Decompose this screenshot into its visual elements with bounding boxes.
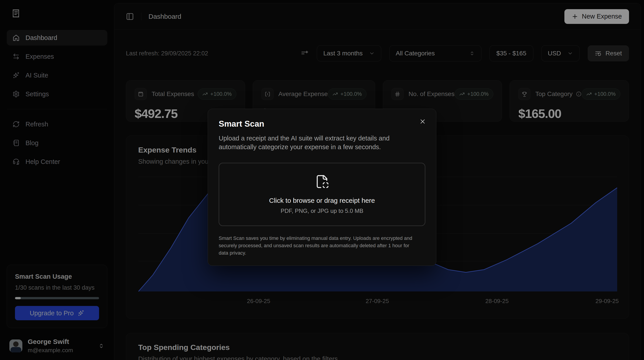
close-icon[interactable]: [419, 118, 426, 125]
receipt-dropzone[interactable]: Click to browse or drag receipt here PDF…: [219, 163, 425, 226]
modal-footnote: Smart Scan saves you time by eliminating…: [219, 234, 416, 257]
smart-scan-modal: Smart Scan Upload a receipt and the AI s…: [208, 109, 436, 266]
dropzone-secondary-text: PDF, PNG, or JPG up to 5.0 MB: [281, 207, 363, 214]
modal-description: Upload a receipt and the AI suite will e…: [219, 134, 425, 152]
modal-title: Smart Scan: [219, 119, 425, 129]
dropzone-primary-text: Click to browse or drag receipt here: [269, 197, 375, 204]
file-scan-icon: [315, 175, 329, 189]
